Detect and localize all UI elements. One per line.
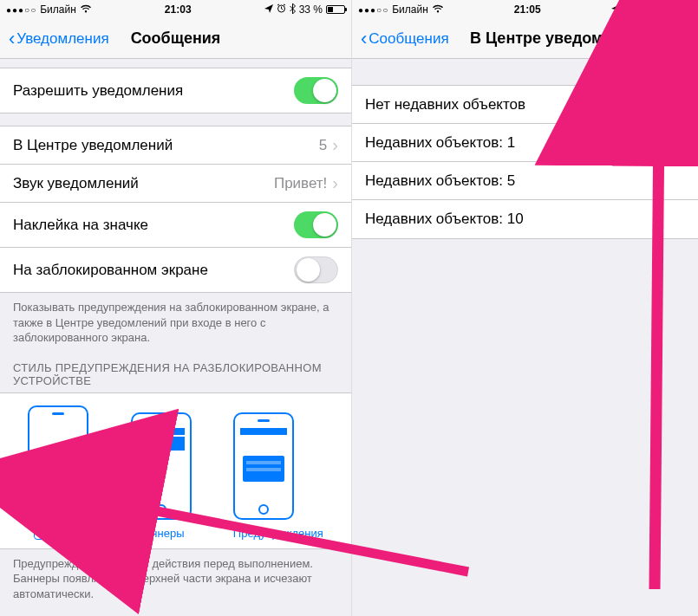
status-bar: ●●●○○ Билайн 21:05 33 % [352,0,698,19]
location-icon [264,3,273,16]
chevron-left-icon: ‹ [9,29,15,49]
checkmark-icon: ✓ [672,95,685,114]
row-badge[interactable]: Наклейка на значке [0,203,351,248]
back-label: Уведомления [16,30,108,48]
alarm-icon [623,3,633,16]
wifi-icon [432,3,444,16]
group-allow: Разрешить уведомления [0,68,351,113]
bluetooth-icon [636,3,643,16]
group-count-options: Нет недавних объектов ✓ Недавних объекто… [352,85,698,239]
bluetooth-icon [290,3,296,16]
back-label: Сообщения [369,30,448,48]
option-label: Недавних объектов: 5 [365,172,515,190]
battery-percent: 33 % [299,3,323,16]
header-alert-style: СТИЛЬ ПРЕДУПРЕЖДЕНИЯ НА РАЗБЛОКИРОВАННОМ… [0,349,351,392]
nav-header: ‹ Сообщения В Центре уведомлений [352,19,698,59]
switch-allow[interactable] [294,77,338,104]
row-label: Звук уведомлений [13,175,139,192]
row-label: В Центре уведомлений [13,137,173,154]
row-sound[interactable]: Звук уведомлений Привет! › [0,165,351,203]
footer-lockscreen: Показывать предупреждения на заблокирова… [0,293,351,349]
alert-style-chooser: Нет Баннеры Предупреждения [0,392,351,549]
carrier-label: Билайн [40,3,76,16]
nav-header: ‹ Уведомления Сообщения [0,19,351,59]
wifi-icon [80,3,92,16]
screen-notification-center-count: ●●●○○ Билайн 21:05 33 % [351,0,698,616]
carrier-label: Билайн [392,3,428,16]
battery-percent: 33 % [646,3,669,16]
chevron-right-icon: › [332,135,338,155]
style-label: Баннеры [131,527,192,540]
row-label: Разрешить уведомления [13,82,183,100]
status-bar: ●●●○○ Билайн 21:03 33 % [0,0,351,19]
header-message-params: ПАРАМЕТРЫ «СООБЩЕНИЯ» [0,605,351,616]
row-allow-notifications[interactable]: Разрешить уведомления [0,68,351,113]
alarm-icon [277,3,286,16]
switch-badge[interactable] [294,211,338,238]
battery-icon [673,5,692,14]
option-label: Недавних объектов: 1 [365,134,515,152]
style-option-alerts[interactable]: Предупреждения [233,412,323,540]
back-button[interactable]: ‹ Уведомления [9,29,109,49]
option-label: Недавних объектов: 10 [365,211,524,228]
screen-messages-settings: ●●●○○ Билайн 21:03 33 % [0,0,351,616]
chevron-right-icon: › [332,173,338,193]
chevron-left-icon: ‹ [361,29,367,49]
option-10[interactable]: Недавних объектов: 10 [352,200,698,238]
option-1[interactable]: Недавних объектов: 1 [352,124,698,162]
style-option-none[interactable]: Нет [28,405,88,540]
row-label: На заблокированном экране [13,262,208,279]
footer-alert-style: Предупреждения требуют действия перед вы… [0,549,351,606]
clock: 21:03 [165,3,192,16]
group-notification-prefs: В Центре уведомлений 5 › Звук уведомлени… [0,126,351,293]
battery-icon [326,5,345,14]
style-label: Нет [34,520,82,540]
option-none[interactable]: Нет недавних объектов ✓ [352,86,698,124]
signal-dots-icon: ●●●○○ [358,5,388,15]
location-icon [611,3,620,16]
row-lockscreen[interactable]: На заблокированном экране [0,248,351,292]
option-5[interactable]: Недавних объектов: 5 [352,162,698,200]
style-option-banners[interactable]: Баннеры [131,412,192,540]
row-in-center[interactable]: В Центре уведомлений 5 › [0,126,351,165]
style-label: Предупреждения [233,527,323,540]
signal-dots-icon: ●●●○○ [6,5,36,15]
back-button[interactable]: ‹ Сообщения [361,29,449,49]
clock: 21:05 [514,3,541,16]
option-label: Нет недавних объектов [365,96,525,113]
row-value: 5 [319,137,327,154]
switch-lockscreen[interactable] [294,256,338,283]
row-value: Привет! [274,175,327,192]
row-label: Наклейка на значке [13,217,148,234]
